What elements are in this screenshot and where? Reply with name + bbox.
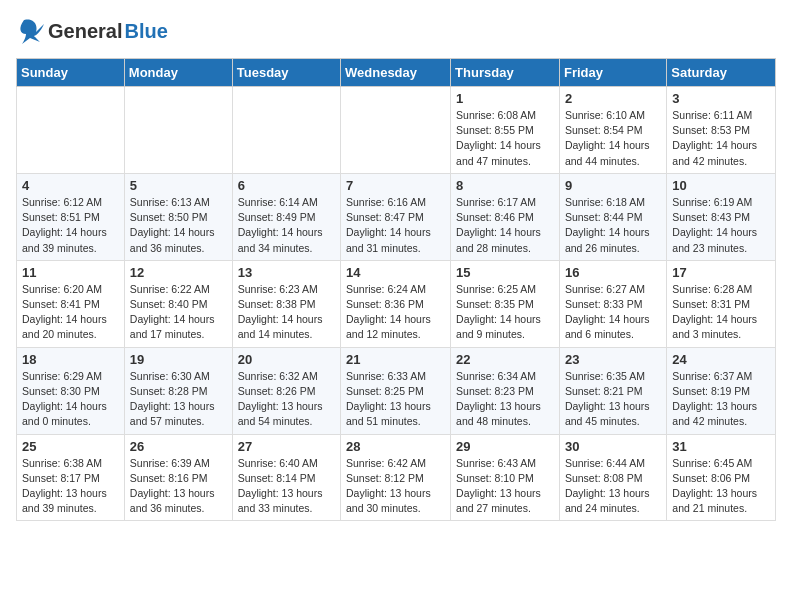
day-number: 28 — [346, 439, 445, 454]
day-info: Sunrise: 6:27 AM Sunset: 8:33 PM Dayligh… — [565, 282, 661, 343]
day-info: Sunrise: 6:20 AM Sunset: 8:41 PM Dayligh… — [22, 282, 119, 343]
calendar-cell: 29Sunrise: 6:43 AM Sunset: 8:10 PM Dayli… — [451, 434, 560, 521]
weekday-header-thursday: Thursday — [451, 59, 560, 87]
day-number: 12 — [130, 265, 227, 280]
calendar-week-row: 25Sunrise: 6:38 AM Sunset: 8:17 PM Dayli… — [17, 434, 776, 521]
calendar-cell: 17Sunrise: 6:28 AM Sunset: 8:31 PM Dayli… — [667, 260, 776, 347]
calendar-cell: 4Sunrise: 6:12 AM Sunset: 8:51 PM Daylig… — [17, 173, 125, 260]
calendar-cell: 27Sunrise: 6:40 AM Sunset: 8:14 PM Dayli… — [232, 434, 340, 521]
weekday-header-wednesday: Wednesday — [341, 59, 451, 87]
day-number: 20 — [238, 352, 335, 367]
calendar-cell: 10Sunrise: 6:19 AM Sunset: 8:43 PM Dayli… — [667, 173, 776, 260]
day-number: 4 — [22, 178, 119, 193]
day-number: 26 — [130, 439, 227, 454]
day-number: 22 — [456, 352, 554, 367]
calendar-cell: 13Sunrise: 6:23 AM Sunset: 8:38 PM Dayli… — [232, 260, 340, 347]
day-number: 9 — [565, 178, 661, 193]
day-info: Sunrise: 6:17 AM Sunset: 8:46 PM Dayligh… — [456, 195, 554, 256]
day-number: 14 — [346, 265, 445, 280]
calendar-cell: 21Sunrise: 6:33 AM Sunset: 8:25 PM Dayli… — [341, 347, 451, 434]
day-info: Sunrise: 6:45 AM Sunset: 8:06 PM Dayligh… — [672, 456, 770, 517]
calendar-cell: 6Sunrise: 6:14 AM Sunset: 8:49 PM Daylig… — [232, 173, 340, 260]
day-info: Sunrise: 6:19 AM Sunset: 8:43 PM Dayligh… — [672, 195, 770, 256]
day-number: 10 — [672, 178, 770, 193]
calendar-table: SundayMondayTuesdayWednesdayThursdayFrid… — [16, 58, 776, 521]
day-info: Sunrise: 6:42 AM Sunset: 8:12 PM Dayligh… — [346, 456, 445, 517]
calendar-cell: 9Sunrise: 6:18 AM Sunset: 8:44 PM Daylig… — [559, 173, 666, 260]
day-number: 7 — [346, 178, 445, 193]
logo: General Blue — [16, 16, 168, 46]
day-info: Sunrise: 6:08 AM Sunset: 8:55 PM Dayligh… — [456, 108, 554, 169]
day-number: 17 — [672, 265, 770, 280]
day-number: 25 — [22, 439, 119, 454]
weekday-header-tuesday: Tuesday — [232, 59, 340, 87]
day-number: 31 — [672, 439, 770, 454]
day-info: Sunrise: 6:29 AM Sunset: 8:30 PM Dayligh… — [22, 369, 119, 430]
day-info: Sunrise: 6:37 AM Sunset: 8:19 PM Dayligh… — [672, 369, 770, 430]
calendar-cell — [124, 87, 232, 174]
calendar-cell: 20Sunrise: 6:32 AM Sunset: 8:26 PM Dayli… — [232, 347, 340, 434]
calendar-week-row: 4Sunrise: 6:12 AM Sunset: 8:51 PM Daylig… — [17, 173, 776, 260]
day-number: 27 — [238, 439, 335, 454]
day-number: 29 — [456, 439, 554, 454]
day-number: 6 — [238, 178, 335, 193]
day-number: 16 — [565, 265, 661, 280]
calendar-cell: 11Sunrise: 6:20 AM Sunset: 8:41 PM Dayli… — [17, 260, 125, 347]
calendar-cell: 26Sunrise: 6:39 AM Sunset: 8:16 PM Dayli… — [124, 434, 232, 521]
day-info: Sunrise: 6:11 AM Sunset: 8:53 PM Dayligh… — [672, 108, 770, 169]
calendar-cell — [232, 87, 340, 174]
calendar-cell: 30Sunrise: 6:44 AM Sunset: 8:08 PM Dayli… — [559, 434, 666, 521]
day-number: 5 — [130, 178, 227, 193]
calendar-header-row: SundayMondayTuesdayWednesdayThursdayFrid… — [17, 59, 776, 87]
calendar-cell: 15Sunrise: 6:25 AM Sunset: 8:35 PM Dayli… — [451, 260, 560, 347]
calendar-cell: 25Sunrise: 6:38 AM Sunset: 8:17 PM Dayli… — [17, 434, 125, 521]
day-info: Sunrise: 6:23 AM Sunset: 8:38 PM Dayligh… — [238, 282, 335, 343]
weekday-header-saturday: Saturday — [667, 59, 776, 87]
day-info: Sunrise: 6:40 AM Sunset: 8:14 PM Dayligh… — [238, 456, 335, 517]
day-info: Sunrise: 6:28 AM Sunset: 8:31 PM Dayligh… — [672, 282, 770, 343]
day-number: 15 — [456, 265, 554, 280]
calendar-cell: 22Sunrise: 6:34 AM Sunset: 8:23 PM Dayli… — [451, 347, 560, 434]
day-info: Sunrise: 6:13 AM Sunset: 8:50 PM Dayligh… — [130, 195, 227, 256]
calendar-cell: 28Sunrise: 6:42 AM Sunset: 8:12 PM Dayli… — [341, 434, 451, 521]
calendar-cell: 3Sunrise: 6:11 AM Sunset: 8:53 PM Daylig… — [667, 87, 776, 174]
calendar-week-row: 18Sunrise: 6:29 AM Sunset: 8:30 PM Dayli… — [17, 347, 776, 434]
calendar-cell: 16Sunrise: 6:27 AM Sunset: 8:33 PM Dayli… — [559, 260, 666, 347]
day-info: Sunrise: 6:33 AM Sunset: 8:25 PM Dayligh… — [346, 369, 445, 430]
logo-icon — [16, 16, 46, 46]
day-info: Sunrise: 6:22 AM Sunset: 8:40 PM Dayligh… — [130, 282, 227, 343]
day-number: 21 — [346, 352, 445, 367]
day-info: Sunrise: 6:32 AM Sunset: 8:26 PM Dayligh… — [238, 369, 335, 430]
calendar-cell — [17, 87, 125, 174]
day-info: Sunrise: 6:14 AM Sunset: 8:49 PM Dayligh… — [238, 195, 335, 256]
day-info: Sunrise: 6:34 AM Sunset: 8:23 PM Dayligh… — [456, 369, 554, 430]
day-number: 2 — [565, 91, 661, 106]
day-number: 13 — [238, 265, 335, 280]
day-number: 19 — [130, 352, 227, 367]
day-info: Sunrise: 6:10 AM Sunset: 8:54 PM Dayligh… — [565, 108, 661, 169]
day-info: Sunrise: 6:18 AM Sunset: 8:44 PM Dayligh… — [565, 195, 661, 256]
calendar-week-row: 1Sunrise: 6:08 AM Sunset: 8:55 PM Daylig… — [17, 87, 776, 174]
day-number: 8 — [456, 178, 554, 193]
calendar-cell: 8Sunrise: 6:17 AM Sunset: 8:46 PM Daylig… — [451, 173, 560, 260]
day-number: 11 — [22, 265, 119, 280]
calendar-cell: 12Sunrise: 6:22 AM Sunset: 8:40 PM Dayli… — [124, 260, 232, 347]
day-number: 3 — [672, 91, 770, 106]
logo-general-text: General — [48, 20, 122, 43]
calendar-cell: 31Sunrise: 6:45 AM Sunset: 8:06 PM Dayli… — [667, 434, 776, 521]
page-header: General Blue — [16, 16, 776, 46]
calendar-cell: 24Sunrise: 6:37 AM Sunset: 8:19 PM Dayli… — [667, 347, 776, 434]
day-info: Sunrise: 6:16 AM Sunset: 8:47 PM Dayligh… — [346, 195, 445, 256]
weekday-header-friday: Friday — [559, 59, 666, 87]
weekday-header-monday: Monday — [124, 59, 232, 87]
day-info: Sunrise: 6:44 AM Sunset: 8:08 PM Dayligh… — [565, 456, 661, 517]
calendar-week-row: 11Sunrise: 6:20 AM Sunset: 8:41 PM Dayli… — [17, 260, 776, 347]
day-info: Sunrise: 6:38 AM Sunset: 8:17 PM Dayligh… — [22, 456, 119, 517]
calendar-cell: 23Sunrise: 6:35 AM Sunset: 8:21 PM Dayli… — [559, 347, 666, 434]
day-info: Sunrise: 6:43 AM Sunset: 8:10 PM Dayligh… — [456, 456, 554, 517]
day-info: Sunrise: 6:39 AM Sunset: 8:16 PM Dayligh… — [130, 456, 227, 517]
calendar-cell: 7Sunrise: 6:16 AM Sunset: 8:47 PM Daylig… — [341, 173, 451, 260]
day-info: Sunrise: 6:35 AM Sunset: 8:21 PM Dayligh… — [565, 369, 661, 430]
day-number: 23 — [565, 352, 661, 367]
weekday-header-sunday: Sunday — [17, 59, 125, 87]
